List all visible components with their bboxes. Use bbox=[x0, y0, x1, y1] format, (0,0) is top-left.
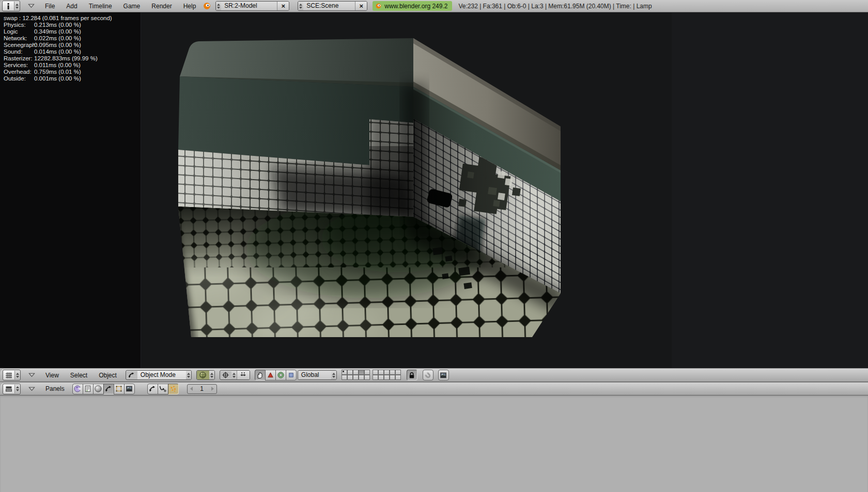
pivot-selector[interactable] bbox=[220, 370, 250, 380]
scene-stepper[interactable] bbox=[298, 2, 303, 10]
mode-stepper[interactable] bbox=[186, 371, 191, 379]
layer-button[interactable] bbox=[359, 375, 364, 380]
screen-value[interactable]: SR:2-Model bbox=[221, 2, 277, 10]
pivot-icon bbox=[220, 371, 231, 379]
buttons-window-header: Panels 1 bbox=[0, 382, 868, 395]
viewport-window-type-stepper[interactable] bbox=[14, 371, 20, 379]
layer-button[interactable] bbox=[342, 370, 347, 375]
layer-button[interactable] bbox=[347, 370, 353, 375]
layer-button[interactable] bbox=[378, 370, 384, 375]
orientation-value[interactable]: Global bbox=[298, 371, 331, 379]
window-type-selector[interactable] bbox=[2, 1, 20, 11]
menu-view[interactable]: View bbox=[40, 372, 65, 379]
menu-file[interactable]: File bbox=[39, 3, 60, 10]
corner-shadow bbox=[402, 84, 427, 224]
rotate-manipulator-button[interactable] bbox=[275, 370, 286, 380]
buttons-window-type[interactable] bbox=[3, 384, 21, 394]
scene-statistics: Ve:232 | Fa:361 | Ob:6-0 | La:3 | Mem:61… bbox=[458, 3, 652, 10]
profiler-row: Scenegraph:0.095ms (0.00 %) bbox=[4, 42, 112, 49]
menu-panels[interactable]: Panels bbox=[40, 385, 70, 392]
buttons-window-icon bbox=[3, 385, 14, 393]
profiler-row: Physics:0.213ms (0.00 %) bbox=[4, 22, 112, 28]
scene-context-button[interactable] bbox=[124, 384, 135, 394]
pivot-stepper[interactable] bbox=[231, 371, 237, 379]
render-this-window-button[interactable] bbox=[438, 370, 449, 380]
object-context-button[interactable] bbox=[103, 384, 114, 394]
collapse-menu-icon[interactable] bbox=[28, 385, 36, 393]
shading-context-button[interactable] bbox=[93, 384, 104, 394]
editing-context-button[interactable] bbox=[114, 384, 125, 394]
layer-button[interactable] bbox=[390, 375, 395, 380]
layer-button[interactable] bbox=[353, 375, 359, 380]
translate-manipulator-button[interactable] bbox=[265, 370, 276, 380]
logic-context-button[interactable] bbox=[72, 384, 83, 394]
layer-button[interactable] bbox=[373, 375, 378, 380]
manipulator-hand-button[interactable] bbox=[255, 370, 266, 380]
profiler-swap-line: swap : 12.284 (0.081 frames per second) bbox=[4, 15, 112, 22]
frame-number-field[interactable]: 1 bbox=[187, 384, 217, 394]
menu-select[interactable]: Select bbox=[65, 372, 93, 379]
frame-prev-icon[interactable] bbox=[190, 387, 193, 391]
orientation-selector[interactable]: Global bbox=[298, 370, 337, 380]
menu-render[interactable]: Render bbox=[146, 3, 177, 10]
menu-object[interactable]: Object bbox=[93, 372, 122, 379]
main-menu-bar: File Add Timeline Game Render Help SR:2-… bbox=[0, 0, 868, 12]
frame-next-icon[interactable] bbox=[211, 387, 214, 391]
buttons-window-content[interactable] bbox=[0, 395, 868, 492]
layer-button-active[interactable] bbox=[359, 370, 364, 375]
lock-layers-button[interactable] bbox=[407, 370, 417, 380]
layer-button[interactable] bbox=[342, 375, 347, 380]
menu-add[interactable]: Add bbox=[60, 3, 83, 10]
layer-button[interactable] bbox=[390, 370, 395, 375]
scale-manipulator-button[interactable] bbox=[286, 370, 297, 380]
profiler-row: Overhead:0.759ms (0.01 %) bbox=[4, 69, 112, 75]
scene-close-icon[interactable]: × bbox=[355, 2, 367, 10]
scene-selector[interactable]: SCE:Scene × bbox=[298, 1, 367, 11]
draw-type-stepper[interactable] bbox=[209, 371, 214, 379]
object-mode-icon bbox=[126, 371, 137, 379]
game-profiler-overlay: swap : 12.284 (0.081 frames per second) … bbox=[4, 15, 112, 82]
screen-selector[interactable]: SR:2-Model × bbox=[215, 1, 289, 11]
collapse-menu-icon[interactable] bbox=[28, 371, 36, 379]
object-sub-button[interactable] bbox=[147, 384, 158, 394]
move-centers-icon[interactable] bbox=[237, 371, 250, 379]
mode-value[interactable]: Object Mode bbox=[137, 371, 186, 379]
version-text: www.blender.org 249.2 bbox=[384, 3, 447, 10]
collapse-menu-icon[interactable] bbox=[27, 2, 35, 10]
layer-group-2 bbox=[373, 370, 401, 380]
orientation-stepper[interactable] bbox=[331, 371, 336, 379]
layer-button[interactable] bbox=[384, 370, 390, 375]
draw-type-selector[interactable] bbox=[196, 370, 215, 380]
profiler-row: Outside:0.001ms (0.00 %) bbox=[4, 75, 112, 82]
screen-close-icon[interactable]: × bbox=[277, 2, 289, 10]
layer-button[interactable] bbox=[353, 370, 359, 375]
grid-window-icon bbox=[3, 371, 14, 379]
menu-game[interactable]: Game bbox=[118, 3, 146, 10]
3d-viewport[interactable]: swap : 12.284 (0.081 frames per second) … bbox=[0, 12, 868, 368]
menu-help[interactable]: Help bbox=[178, 3, 202, 10]
layer-button[interactable] bbox=[378, 375, 384, 380]
layer-button[interactable] bbox=[364, 370, 370, 375]
script-context-button[interactable] bbox=[83, 384, 94, 394]
layer-button[interactable] bbox=[347, 375, 353, 380]
screen-stepper[interactable] bbox=[216, 2, 221, 10]
menu-timeline[interactable]: Timeline bbox=[83, 3, 118, 10]
viewport-window-type[interactable] bbox=[3, 370, 21, 380]
snap-magnet-button[interactable] bbox=[423, 370, 433, 380]
buttons-window-type-stepper[interactable] bbox=[14, 385, 20, 393]
physics-sub-button[interactable] bbox=[158, 384, 168, 394]
object-subcontext-buttons bbox=[147, 384, 179, 394]
particles-sub-button[interactable] bbox=[168, 384, 179, 394]
layer-button[interactable] bbox=[395, 370, 401, 375]
mode-selector[interactable]: Object Mode bbox=[126, 370, 192, 380]
layer-button[interactable] bbox=[395, 375, 401, 380]
blender-logo-icon bbox=[375, 3, 382, 9]
window-type-stepper[interactable] bbox=[14, 2, 20, 10]
profiler-row: Logic0.349ms (0.00 %) bbox=[4, 28, 112, 35]
scene-value[interactable]: SCE:Scene bbox=[303, 2, 355, 10]
3d-view-header: View Select Object Object Mode Global bbox=[0, 368, 868, 382]
layer-button[interactable] bbox=[364, 375, 370, 380]
layer-button[interactable] bbox=[384, 375, 390, 380]
layer-button[interactable] bbox=[373, 370, 378, 375]
version-badge: www.blender.org 249.2 bbox=[373, 1, 452, 11]
